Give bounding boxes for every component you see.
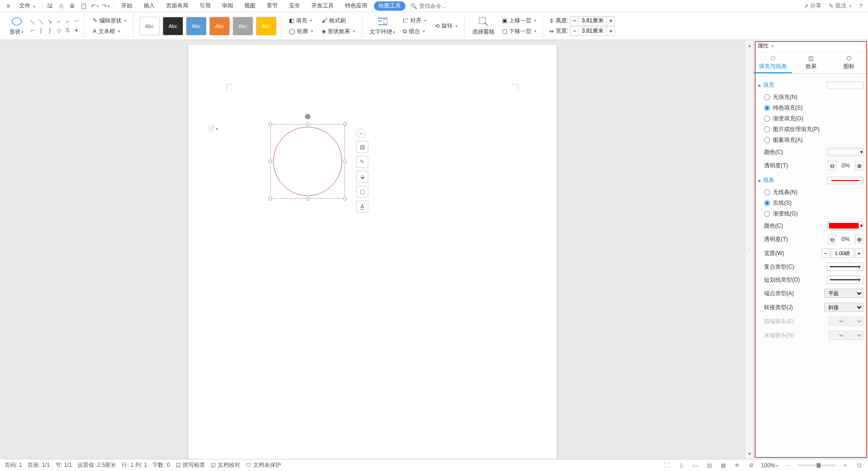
style-swatch-4[interactable]: Abc xyxy=(209,17,230,35)
line-icon[interactable]: ＼ xyxy=(37,18,45,25)
resize-handle[interactable] xyxy=(269,159,272,163)
tab-drawing-tools[interactable]: 绘图工具 xyxy=(374,1,406,11)
curve-icon[interactable]: ∫ xyxy=(46,27,54,34)
group-button[interactable]: ⧉组合 xyxy=(400,27,429,36)
fit-icon[interactable]: ⊡ xyxy=(855,461,863,470)
fill-gradient-radio[interactable]: 渐变填充(G) xyxy=(758,113,863,124)
edit-text-icon[interactable]: ✎ xyxy=(356,156,368,168)
print-preview-icon[interactable]: ⎙ xyxy=(56,1,66,11)
line-opacity-minus[interactable]: ⊖ xyxy=(828,235,836,244)
doc-proof-button[interactable]: ☑文档校对 xyxy=(211,461,240,469)
outline-options-icon[interactable]: ▢ xyxy=(356,186,368,198)
line-width-plus[interactable]: + xyxy=(855,249,863,258)
style-swatch-6[interactable]: Abc xyxy=(256,17,276,35)
connector-icon[interactable]: ⌐ xyxy=(28,27,36,34)
shape-effects-button[interactable]: ◈形状效果 xyxy=(319,27,358,36)
freeform-icon[interactable]: ◇ xyxy=(55,27,62,34)
curve-icon[interactable]: ∫ xyxy=(37,27,45,34)
tab-devtools[interactable]: 开发工具 xyxy=(307,0,338,12)
line-gradient-radio[interactable]: 渐变线(G) xyxy=(758,208,863,219)
view-web-icon[interactable]: ▤ xyxy=(705,461,713,470)
line-color-picker[interactable]: ▾ xyxy=(827,222,863,230)
line-section-header[interactable]: ▸ 线条 xyxy=(758,176,863,184)
fill-section-header[interactable]: ▸ 填充 xyxy=(758,81,863,89)
arrow-icon[interactable]: ↘ xyxy=(46,18,54,25)
style-swatch-5[interactable]: Abc xyxy=(233,17,253,35)
line-width-input[interactable] xyxy=(831,249,854,258)
tab-sections[interactable]: 章节 xyxy=(262,0,282,12)
tab-review[interactable]: 审阅 xyxy=(217,0,238,12)
print-icon[interactable]: 🖶 xyxy=(68,1,77,11)
doc-protect-button[interactable]: 🛡文档未保护 xyxy=(246,461,281,469)
fill-button[interactable]: ◧填充 xyxy=(286,16,316,26)
tab-layout[interactable]: 页面布局 xyxy=(161,0,193,12)
selection-pane-button[interactable]: 选择窗格 xyxy=(470,15,496,37)
resize-handle[interactable] xyxy=(343,197,347,201)
more-icon[interactable]: ▾ xyxy=(73,27,80,34)
scroll-marker-icon[interactable]: ◦ xyxy=(748,246,750,253)
tab-start[interactable]: 开始 xyxy=(117,0,137,12)
width-minus[interactable]: − xyxy=(570,27,579,36)
line-icon[interactable]: ＼ xyxy=(28,18,36,25)
line-opacity-plus[interactable]: ⊕ xyxy=(855,235,863,244)
more-options-icon[interactable]: A̲ xyxy=(356,201,368,213)
resize-handle[interactable] xyxy=(343,159,347,163)
canvas-area[interactable]: 📄 − ▤ ✎ ⬙ ▢ A̲ xyxy=(0,40,745,459)
curve-icon[interactable]: 〰 xyxy=(73,18,80,25)
text-wrap-button[interactable]: 文字环绕 xyxy=(368,15,397,37)
status-section[interactable]: 节: 1/1 xyxy=(55,461,72,469)
width-plus[interactable]: + xyxy=(606,27,615,36)
curve-icon[interactable]: S xyxy=(64,27,71,34)
send-backward-button[interactable]: ▢下移一层 xyxy=(499,27,539,36)
document-page[interactable]: 📄 − ▤ ✎ ⬙ ▢ A̲ xyxy=(188,45,557,459)
command-search[interactable]: 🔍 xyxy=(410,3,456,9)
zoom-in-icon[interactable]: + xyxy=(841,461,849,470)
outline-button[interactable]: ◯轮廓 xyxy=(286,27,316,36)
status-word-count[interactable]: 字数: 0 xyxy=(152,461,170,469)
opacity-minus[interactable]: ⊖ xyxy=(828,161,836,170)
properties-title[interactable]: 属性 xyxy=(754,40,868,52)
width-input[interactable] xyxy=(579,27,606,36)
tab-view[interactable]: 视图 xyxy=(240,0,260,12)
fill-solid-radio[interactable]: 纯色填充(S) xyxy=(758,103,863,113)
tab-effects[interactable]: ◫ 效果 xyxy=(792,52,830,73)
text-box-button[interactable]: A文本框 xyxy=(90,27,130,36)
redo-icon[interactable]: ↷ xyxy=(101,1,110,11)
height-minus[interactable]: − xyxy=(570,16,579,26)
search-input[interactable] xyxy=(419,3,456,9)
style-swatch-2[interactable]: Abc xyxy=(163,17,183,35)
tab-references[interactable]: 引用 xyxy=(195,0,215,12)
line-none-radio[interactable]: 无线条(N) xyxy=(758,187,863,198)
hamburger-icon[interactable]: ≡ xyxy=(3,0,14,12)
resize-handle[interactable] xyxy=(269,122,272,126)
settings-icon[interactable]: ⚙ xyxy=(747,461,755,470)
edit-shape-button[interactable]: ✎编辑形状 xyxy=(90,16,130,26)
line-preview-swatch[interactable] xyxy=(827,177,863,184)
undo-icon[interactable]: ↶ xyxy=(90,1,99,11)
zoom-out-icon[interactable]: − xyxy=(784,461,792,470)
fill-none-radio[interactable]: 无填充(N) xyxy=(758,92,863,103)
file-menu[interactable]: 文件 xyxy=(15,0,39,12)
tab-icon[interactable]: ⬡ 图标 xyxy=(830,52,868,73)
view-eye-icon[interactable]: 👁 xyxy=(733,461,741,470)
join-type-select[interactable]: 斜接 xyxy=(824,303,863,312)
status-line-col[interactable]: 行: 1 列: 1 xyxy=(122,461,147,469)
opacity-plus[interactable]: ⊕ xyxy=(855,161,863,170)
layout-options-icon[interactable]: ▤ xyxy=(356,141,368,153)
dash-type-picker[interactable]: ▾ xyxy=(827,276,863,284)
rotate-button[interactable]: ⟲旋转 xyxy=(432,21,461,31)
zoom-value[interactable]: 100% xyxy=(761,462,778,469)
help-icon[interactable]: ? xyxy=(856,3,865,9)
resize-handle[interactable] xyxy=(306,122,310,126)
tab-insert[interactable]: 插入 xyxy=(139,0,159,12)
connector-icon[interactable]: ⌐ xyxy=(55,18,62,25)
status-page-number[interactable]: 页码: 1 xyxy=(5,461,22,469)
zoom-slider[interactable] xyxy=(798,464,835,466)
view-read-icon[interactable]: ▭ xyxy=(691,461,699,470)
save-icon[interactable]: 🖫 xyxy=(45,1,55,11)
resize-handle[interactable] xyxy=(269,197,272,201)
compound-type-picker[interactable]: ▾ xyxy=(827,263,863,271)
tab-fill-line[interactable]: ⬠ 填充与线条 xyxy=(754,52,792,73)
scroll-up-icon[interactable]: ▴ xyxy=(748,42,751,48)
scroll-down-icon[interactable]: ▾ xyxy=(748,450,751,457)
